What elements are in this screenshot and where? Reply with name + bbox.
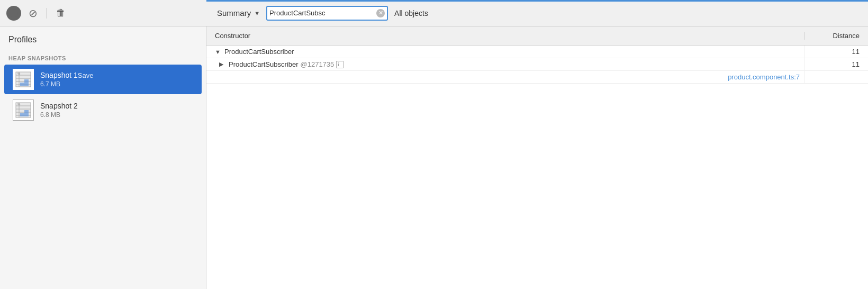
stop-button[interactable]: ⊘: [26, 7, 39, 20]
filter-input[interactable]: [269, 9, 375, 17]
table-row[interactable]: ▶ ProductCartSubscriber @1271735 i 11: [206, 58, 868, 71]
snapshot-2-info: Snapshot 2 6.8 MB: [40, 102, 78, 119]
table-row[interactable]: ▼ ProductCartSubscriber 11: [206, 46, 868, 58]
snapshot-svg-2: %: [15, 102, 32, 119]
object-badge: i: [336, 61, 343, 68]
cell-constructor-child: ▶ ProductCartSubscriber @1271735 i: [206, 58, 804, 70]
record-icon: [10, 9, 18, 17]
sidebar: Profiles HEAP SNAPSHOTS % Sna: [0, 26, 206, 289]
retainer-link-row: product.component.ts:7: [206, 71, 868, 84]
svg-rect-15: [20, 113, 24, 116]
svg-rect-7: [24, 79, 29, 86]
retainer-link[interactable]: product.component.ts:7: [728, 73, 800, 81]
snapshot-icon-2: %: [13, 100, 34, 121]
cell-distance-parent: 11: [804, 46, 868, 58]
snapshot-item-2[interactable]: % Snapshot 2 6.8 MB: [4, 95, 202, 125]
filter-clear-button[interactable]: ✕: [376, 9, 385, 17]
dropdown-arrow-icon: ▼: [254, 10, 260, 16]
retainer-link-distance: [804, 75, 868, 79]
snapshot-1-size: 6.7 MB: [40, 80, 93, 88]
snapshot-1-name: Snapshot 1Save: [40, 71, 93, 79]
cell-constructor-parent: ▼ ProductCartSubscriber: [206, 46, 804, 58]
object-id: @1271735: [301, 60, 334, 68]
snapshot-icon-1: %: [13, 69, 34, 90]
cell-distance-child: 11: [804, 58, 868, 70]
snapshot-svg-1: %: [15, 71, 32, 88]
table-body: ▼ ProductCartSubscriber 11 ▶ ProductCart…: [206, 46, 868, 289]
svg-rect-16: [24, 110, 29, 116]
toolbar-right: Summary ▼ ✕ All objects: [217, 6, 862, 21]
svg-text:%: %: [17, 103, 21, 106]
snapshot-2-size: 6.8 MB: [40, 111, 78, 119]
col-distance-header: Distance: [804, 32, 868, 40]
trash-icon: 🗑: [56, 7, 66, 19]
constructor-parent-label: ProductCartSubscriber: [224, 48, 294, 56]
expand-arrow-icon[interactable]: ▼: [215, 49, 222, 55]
record-button[interactable]: [6, 6, 21, 21]
snapshot-2-name: Snapshot 2: [40, 102, 78, 110]
snapshot-1-save[interactable]: Save: [78, 71, 94, 79]
retainer-link-cell: product.component.ts:7: [206, 71, 804, 83]
toolbar: ⊘ 🗑 Summary ▼ ✕ All objects: [0, 0, 868, 26]
svg-text:%: %: [17, 72, 21, 75]
summary-label: Summary: [217, 8, 251, 17]
expand-arrow-child-icon[interactable]: ▶: [219, 61, 227, 68]
snapshot-1-info: Snapshot 1Save 6.7 MB: [40, 71, 93, 88]
all-objects-label[interactable]: All objects: [394, 9, 428, 17]
toolbar-left: ⊘ 🗑: [6, 6, 213, 21]
table-header: Constructor Distance: [206, 26, 868, 46]
profiles-title: Profiles: [0, 31, 206, 51]
constructor-child-label: ProductCartSubscriber: [229, 60, 299, 68]
snapshot-item-1[interactable]: % Snapshot 1Save 6.7 MB: [4, 65, 202, 94]
clear-icon: ✕: [378, 10, 383, 16]
ban-icon: ⊘: [29, 7, 38, 20]
col-constructor-header: Constructor: [206, 32, 804, 40]
main-content: Profiles HEAP SNAPSHOTS % Sna: [0, 26, 868, 289]
summary-dropdown[interactable]: Summary ▼: [217, 8, 260, 17]
svg-rect-6: [20, 83, 24, 86]
content-area: Constructor Distance ▼ ProductCartSubscr…: [206, 26, 868, 289]
delete-button[interactable]: 🗑: [55, 7, 67, 20]
heap-snapshots-label: HEAP SNAPSHOTS: [0, 51, 206, 64]
toolbar-divider: [47, 8, 47, 19]
progress-bar: [206, 0, 868, 2]
filter-input-box: ✕: [266, 6, 388, 21]
